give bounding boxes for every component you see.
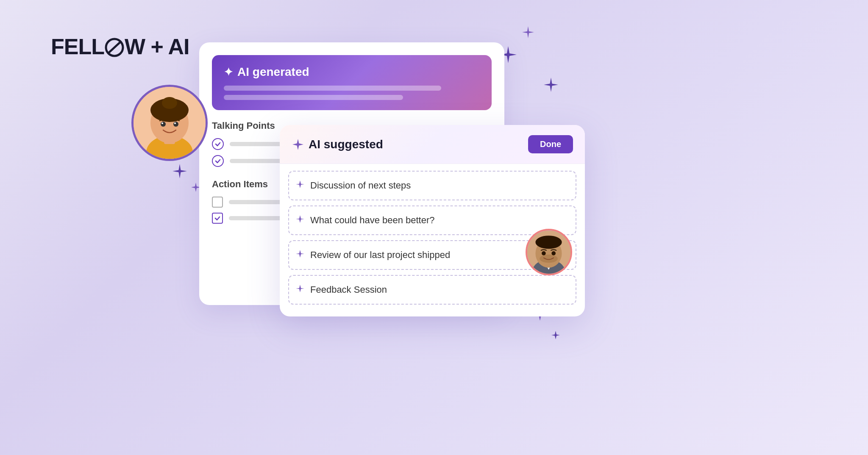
- ai-line-1: [224, 86, 441, 91]
- sparkle-decoration-4: [172, 163, 188, 179]
- suggested-item-text-2: What could have been better?: [310, 215, 435, 226]
- suggested-item-text-4: Feedback Session: [310, 284, 387, 295]
- avatar-woman-image: [134, 87, 206, 159]
- svg-point-18: [542, 251, 546, 255]
- check-circle-2: [212, 155, 224, 167]
- done-button[interactable]: Done: [528, 135, 573, 153]
- ai-generated-lines: [224, 86, 480, 100]
- suggested-sparkle-icon: [292, 138, 304, 151]
- ai-generated-header: ✦ AI generated: [224, 65, 480, 79]
- suggested-title-text: AI suggested: [309, 138, 383, 151]
- ai-generated-title: AI generated: [237, 65, 309, 79]
- suggested-header: AI suggested Done: [280, 125, 585, 164]
- svg-point-17: [540, 254, 558, 262]
- item-sparkle-2: [296, 215, 304, 226]
- avatar-man: [526, 229, 572, 275]
- ai-generated-banner: ✦ AI generated: [212, 55, 492, 110]
- suggested-item-text-1: Discussion of next steps: [310, 180, 411, 191]
- check-circle-1: [212, 138, 224, 150]
- logo-text-after: W + AI: [125, 34, 189, 59]
- sparkle-decoration-8: [551, 330, 560, 340]
- svg-point-8: [161, 122, 166, 127]
- suggested-item-4[interactable]: Feedback Session: [288, 275, 576, 305]
- action-checkbox-2[interactable]: [212, 213, 223, 224]
- item-sparkle-1: [296, 180, 304, 191]
- svg-point-11: [174, 122, 176, 124]
- suggested-item-text-3: Review of our last project shipped: [310, 250, 450, 261]
- item-sparkle-4: [296, 284, 304, 295]
- suggested-item-2[interactable]: What could have been better?: [288, 205, 576, 235]
- svg-point-19: [551, 251, 556, 255]
- logo-icon: [105, 37, 124, 58]
- sparkle-decoration-3: [542, 76, 559, 93]
- logo-text: FELL: [51, 34, 104, 59]
- svg-point-9: [173, 122, 178, 127]
- avatar-woman: [131, 85, 208, 161]
- svg-point-10: [161, 122, 163, 124]
- logo: FELL W + AI: [51, 34, 189, 59]
- action-checkbox-1[interactable]: [212, 197, 223, 208]
- ai-line-2: [224, 95, 403, 100]
- sparkle-decoration-2: [521, 25, 535, 39]
- svg-point-7: [162, 97, 177, 109]
- ai-generated-sparkle-icon: ✦: [224, 66, 233, 79]
- suggested-title: AI suggested: [292, 138, 383, 151]
- avatar-man-image: [527, 230, 570, 275]
- svg-point-16: [535, 236, 562, 249]
- suggested-item-1[interactable]: Discussion of next steps: [288, 171, 576, 200]
- item-sparkle-3: [296, 250, 304, 261]
- svg-line-1: [109, 42, 120, 53]
- card-suggested: AI suggested Done Discussion of next ste…: [280, 125, 585, 316]
